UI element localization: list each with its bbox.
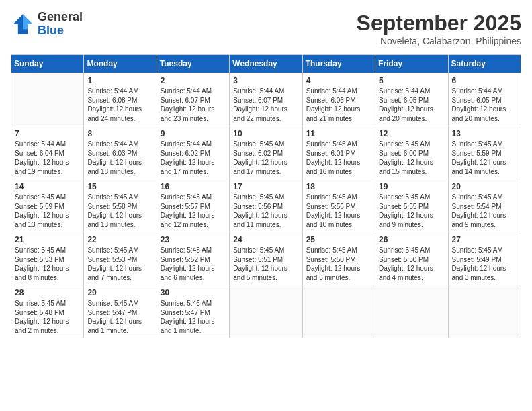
day-number: 16 xyxy=(161,182,226,191)
calendar-cell xyxy=(448,285,521,338)
day-number: 5 xyxy=(379,76,444,85)
weekday-header-thursday: Thursday xyxy=(302,55,375,73)
day-info: Sunrise: 5:44 AM Sunset: 6:06 PM Dayligh… xyxy=(306,87,371,123)
day-info: Sunrise: 5:44 AM Sunset: 6:07 PM Dayligh… xyxy=(161,87,226,123)
calendar-cell: 23Sunrise: 5:45 AM Sunset: 5:52 PM Dayli… xyxy=(157,232,229,285)
day-number: 1 xyxy=(87,76,152,85)
calendar-cell: 25Sunrise: 5:45 AM Sunset: 5:50 PM Dayli… xyxy=(302,232,375,285)
day-number: 8 xyxy=(87,129,152,138)
day-number: 15 xyxy=(87,182,152,191)
week-row-4: 21Sunrise: 5:45 AM Sunset: 5:53 PM Dayli… xyxy=(11,232,521,285)
title-block: September 2025 Noveleta, Calabarzon, Phi… xyxy=(357,11,521,46)
day-number: 21 xyxy=(15,235,80,244)
calendar-cell: 4Sunrise: 5:44 AM Sunset: 6:06 PM Daylig… xyxy=(302,73,375,126)
day-info: Sunrise: 5:45 AM Sunset: 5:50 PM Dayligh… xyxy=(379,246,444,282)
svg-marker-1 xyxy=(23,14,32,29)
weekday-header-wednesday: Wednesday xyxy=(230,55,302,73)
day-info: Sunrise: 5:45 AM Sunset: 5:54 PM Dayligh… xyxy=(452,193,517,229)
day-info: Sunrise: 5:44 AM Sunset: 6:05 PM Dayligh… xyxy=(452,87,517,123)
logo-text: General Blue xyxy=(38,11,83,38)
weekday-header-saturday: Saturday xyxy=(448,55,521,73)
week-row-1: 1Sunrise: 5:44 AM Sunset: 6:08 PM Daylig… xyxy=(11,73,521,126)
weekday-header-row: SundayMondayTuesdayWednesdayThursdayFrid… xyxy=(11,55,521,73)
day-number: 13 xyxy=(452,129,517,138)
calendar-cell: 11Sunrise: 5:45 AM Sunset: 6:01 PM Dayli… xyxy=(302,126,375,179)
calendar-cell: 5Sunrise: 5:44 AM Sunset: 6:05 PM Daylig… xyxy=(375,73,448,126)
day-info: Sunrise: 5:44 AM Sunset: 6:04 PM Dayligh… xyxy=(15,140,80,176)
day-number: 26 xyxy=(379,235,444,244)
calendar-cell: 2Sunrise: 5:44 AM Sunset: 6:07 PM Daylig… xyxy=(157,73,229,126)
calendar-cell: 8Sunrise: 5:44 AM Sunset: 6:03 PM Daylig… xyxy=(84,126,157,179)
calendar-cell: 7Sunrise: 5:44 AM Sunset: 6:04 PM Daylig… xyxy=(11,126,84,179)
calendar-cell: 26Sunrise: 5:45 AM Sunset: 5:50 PM Dayli… xyxy=(375,232,448,285)
calendar-cell: 21Sunrise: 5:45 AM Sunset: 5:53 PM Dayli… xyxy=(11,232,84,285)
day-info: Sunrise: 5:45 AM Sunset: 5:56 PM Dayligh… xyxy=(306,193,371,229)
day-number: 18 xyxy=(306,182,371,191)
day-info: Sunrise: 5:45 AM Sunset: 5:53 PM Dayligh… xyxy=(87,246,152,282)
day-info: Sunrise: 5:45 AM Sunset: 5:57 PM Dayligh… xyxy=(161,193,226,229)
day-number: 19 xyxy=(379,182,444,191)
day-number: 12 xyxy=(379,129,444,138)
day-info: Sunrise: 5:45 AM Sunset: 5:59 PM Dayligh… xyxy=(452,140,517,176)
day-number: 10 xyxy=(233,129,298,138)
weekday-header-tuesday: Tuesday xyxy=(157,55,229,73)
day-number: 6 xyxy=(452,76,517,85)
week-row-2: 7Sunrise: 5:44 AM Sunset: 6:04 PM Daylig… xyxy=(11,126,521,179)
calendar-cell: 18Sunrise: 5:45 AM Sunset: 5:56 PM Dayli… xyxy=(302,179,375,232)
day-info: Sunrise: 5:45 AM Sunset: 6:00 PM Dayligh… xyxy=(379,140,444,176)
day-info: Sunrise: 5:45 AM Sunset: 5:51 PM Dayligh… xyxy=(233,246,298,282)
calendar-cell: 28Sunrise: 5:45 AM Sunset: 5:48 PM Dayli… xyxy=(11,285,84,338)
day-info: Sunrise: 5:45 AM Sunset: 5:48 PM Dayligh… xyxy=(15,299,80,335)
calendar-cell xyxy=(230,285,302,338)
day-info: Sunrise: 5:45 AM Sunset: 5:58 PM Dayligh… xyxy=(87,193,152,229)
day-number: 30 xyxy=(161,288,226,298)
calendar-cell: 20Sunrise: 5:45 AM Sunset: 5:54 PM Dayli… xyxy=(448,179,521,232)
day-number: 9 xyxy=(161,129,226,138)
calendar-cell: 14Sunrise: 5:45 AM Sunset: 5:59 PM Dayli… xyxy=(11,179,84,232)
day-number: 25 xyxy=(306,235,371,244)
day-info: Sunrise: 5:44 AM Sunset: 6:03 PM Dayligh… xyxy=(87,140,152,176)
calendar-cell: 24Sunrise: 5:45 AM Sunset: 5:51 PM Dayli… xyxy=(230,232,302,285)
day-info: Sunrise: 5:45 AM Sunset: 5:49 PM Dayligh… xyxy=(452,246,517,282)
weekday-header-monday: Monday xyxy=(84,55,157,73)
day-info: Sunrise: 5:45 AM Sunset: 5:59 PM Dayligh… xyxy=(15,193,80,229)
calendar-cell: 22Sunrise: 5:45 AM Sunset: 5:53 PM Dayli… xyxy=(84,232,157,285)
logo-icon xyxy=(11,12,35,36)
calendar-cell: 27Sunrise: 5:45 AM Sunset: 5:49 PM Dayli… xyxy=(448,232,521,285)
weekday-header-friday: Friday xyxy=(375,55,448,73)
day-number: 2 xyxy=(161,76,226,85)
calendar-cell: 12Sunrise: 5:45 AM Sunset: 6:00 PM Dayli… xyxy=(375,126,448,179)
day-number: 20 xyxy=(452,182,517,191)
calendar-cell: 16Sunrise: 5:45 AM Sunset: 5:57 PM Dayli… xyxy=(157,179,229,232)
day-info: Sunrise: 5:45 AM Sunset: 5:47 PM Dayligh… xyxy=(87,299,152,335)
day-number: 28 xyxy=(15,288,80,298)
day-info: Sunrise: 5:46 AM Sunset: 5:47 PM Dayligh… xyxy=(161,299,226,335)
day-number: 11 xyxy=(306,129,371,138)
day-number: 24 xyxy=(233,235,298,244)
logo: General Blue xyxy=(11,11,83,38)
calendar-cell: 13Sunrise: 5:45 AM Sunset: 5:59 PM Dayli… xyxy=(448,126,521,179)
weekday-header-sunday: Sunday xyxy=(11,55,84,73)
day-info: Sunrise: 5:44 AM Sunset: 6:02 PM Dayligh… xyxy=(161,140,226,176)
calendar-cell: 17Sunrise: 5:45 AM Sunset: 5:56 PM Dayli… xyxy=(230,179,302,232)
day-info: Sunrise: 5:44 AM Sunset: 6:08 PM Dayligh… xyxy=(87,87,152,123)
calendar-cell xyxy=(302,285,375,338)
week-row-3: 14Sunrise: 5:45 AM Sunset: 5:59 PM Dayli… xyxy=(11,179,521,232)
month-title: September 2025 xyxy=(357,11,521,36)
day-number: 17 xyxy=(233,182,298,191)
calendar-cell: 30Sunrise: 5:46 AM Sunset: 5:47 PM Dayli… xyxy=(157,285,229,338)
day-number: 3 xyxy=(233,76,298,85)
day-info: Sunrise: 5:44 AM Sunset: 6:05 PM Dayligh… xyxy=(379,87,444,123)
day-info: Sunrise: 5:45 AM Sunset: 5:53 PM Dayligh… xyxy=(15,246,80,282)
calendar-cell: 9Sunrise: 5:44 AM Sunset: 6:02 PM Daylig… xyxy=(157,126,229,179)
day-info: Sunrise: 5:45 AM Sunset: 5:55 PM Dayligh… xyxy=(379,193,444,229)
day-info: Sunrise: 5:45 AM Sunset: 5:56 PM Dayligh… xyxy=(233,193,298,229)
calendar-cell: 10Sunrise: 5:45 AM Sunset: 6:02 PM Dayli… xyxy=(230,126,302,179)
day-number: 22 xyxy=(87,235,152,244)
location-subtitle: Noveleta, Calabarzon, Philippines xyxy=(357,36,521,46)
calendar-cell: 19Sunrise: 5:45 AM Sunset: 5:55 PM Dayli… xyxy=(375,179,448,232)
calendar-cell: 15Sunrise: 5:45 AM Sunset: 5:58 PM Dayli… xyxy=(84,179,157,232)
day-number: 7 xyxy=(15,129,80,138)
day-number: 27 xyxy=(452,235,517,244)
calendar-cell: 3Sunrise: 5:44 AM Sunset: 6:07 PM Daylig… xyxy=(230,73,302,126)
